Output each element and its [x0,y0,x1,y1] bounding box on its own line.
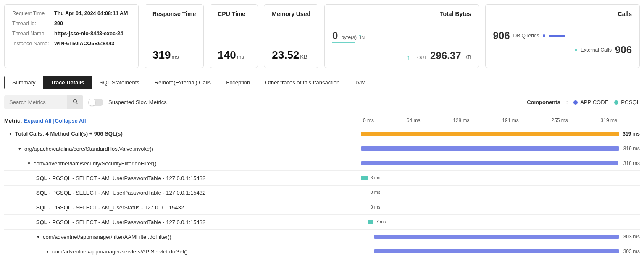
memory-used-card: Memory Used 23.52KB [264,4,318,68]
memory-used-value: 23.52KB [272,49,310,62]
trace-bar-track: 7 ms [361,219,619,225]
trace-duration: 319 ms [619,131,640,137]
trace-bar-track [361,234,619,240]
caret-icon[interactable]: ▼ [27,161,31,166]
cpu-time-card: CPU Time 140ms [210,4,258,68]
response-time-card: Response Time 319ms [145,4,204,68]
trace-bar-track [361,131,619,137]
dot-icon [573,100,578,105]
search-wrap [4,95,83,109]
trace-row: ▼org/apache/catalina/core/StandardHostVa… [4,141,640,156]
request-time-value: Thu Apr 04, 2024 04:08:11 AM [54,10,128,16]
metric-column-header: Metric: Expand All|Collapse All [4,118,361,124]
trace-duration: 303 ms [619,248,640,254]
bytes-in-row: 0 byte(s) IN ↙ [332,30,355,43]
trace-row: ▼Total Calls: 4 Method Call(s) + 906 SQL… [4,126,640,141]
tab-jvm[interactable]: JVM [347,76,373,89]
total-bytes-title: Total Bytes [332,10,471,17]
trace-label[interactable]: SQL - PGSQL - SELECT - AM_UserStatus - 1… [36,204,184,211]
trace-inline-duration: 0 ms [370,204,380,209]
tab-summary[interactable]: Summary [5,76,43,89]
response-time-value: 319ms [152,49,196,62]
trace-row: ▼com/adventnet/appmanager/servlets/APISe… [4,244,640,259]
expand-all-link[interactable]: Expand All [24,118,52,124]
dot-icon [575,49,577,51]
caret-icon[interactable]: ▼ [18,146,22,151]
trace-tree: ▼Total Calls: 4 Method Call(s) + 906 SQL… [4,126,640,259]
trace-inline-duration: 0 ms [370,190,380,195]
svg-point-0 [73,99,76,103]
trace-bar [368,220,373,224]
trace-bar-track: 8 ms [361,175,619,181]
trace-label[interactable]: SQL - PGSQL - SELECT - AM_UserPasswordTa… [36,175,205,181]
caret-icon[interactable]: ▼ [45,249,50,254]
tab-remote-calls[interactable]: Remote(External) Calls [147,76,218,89]
total-bytes-card: Total Bytes 0 byte(s) IN ↙ ↗ OUT 296.37 … [324,4,479,68]
trace-inline-duration: 7 ms [376,219,386,224]
dot-icon [614,100,618,105]
external-calls-row: External Calls 906 [493,44,632,56]
trace-label[interactable]: SQL - PGSQL - SELECT - AM_UserPasswordTa… [36,219,205,225]
trace-label[interactable]: com/adventnet/appmanager/filter/AAMFilte… [43,234,171,240]
trace-row: SQL - PGSQL - SELECT - AM_UserStatus - 1… [4,200,640,214]
svg-line-1 [76,103,78,104]
trace-bar [361,132,619,136]
trace-bar-track: 0 ms [361,190,619,196]
sql-tag: SQL [36,219,47,225]
request-info-card: Request TimeThu Apr 04, 2024 04:08:11 AM… [4,4,139,68]
components-legend: Components : APP CODE PGSQL [527,99,640,105]
trace-duration: 319 ms [619,146,640,152]
tabs-bar: Summary Trace Details SQL Statements Rem… [4,76,373,89]
tab-sql-statements[interactable]: SQL Statements [92,76,147,89]
request-time-label: Request Time [12,10,54,16]
sql-tag: SQL [36,175,47,181]
caret-icon[interactable]: ▼ [36,235,40,239]
trace-duration: 318 ms [619,160,640,166]
memory-used-title: Memory Used [272,10,310,17]
suspected-slow-toggle[interactable] [88,99,103,106]
thread-id-label: Thread Id: [12,21,54,26]
trace-inline-duration: 8 ms [370,175,380,180]
trace-label[interactable]: org/apache/catalina/core/StandardHostVal… [24,146,153,152]
trace-row: ▼com/adventnet/appmanager/filter/AAMFilt… [4,229,640,244]
trace-label[interactable]: com/adventnet/appmanager/servlets/APISer… [52,248,188,255]
trace-row: ▼com/adventnet/iam/security/SecurityFilt… [4,156,640,170]
timeline-ticks: 0 ms 64 ms 128 ms 191 ms 255 ms 319 ms [361,118,619,124]
suspected-slow-label: Suspected Slow Metrics [108,99,167,105]
trace-bar [361,161,618,165]
trace-bar [361,176,368,180]
sql-tag: SQL [36,190,47,196]
thread-name-label: Thread Name: [12,31,54,37]
dot-icon [543,34,545,37]
tab-trace-details[interactable]: Trace Details [43,76,92,89]
cpu-time-title: CPU Time [218,10,250,17]
trace-label[interactable]: SQL - PGSQL - SELECT - AM_UserPasswordTa… [36,190,205,196]
bytes-out-row: ↗ OUT 296.37 KB [413,47,471,62]
tab-other-traces[interactable]: Other traces of this transaction [258,76,347,89]
response-time-title: Response Time [152,10,196,17]
trace-row: SQL - PGSQL - SELECT - AM_UserPasswordTa… [4,214,640,229]
instance-name-value: WIN-6T50IACO5B6:8443 [54,41,114,47]
trace-bar-track [361,160,619,166]
thread-id-value: 290 [54,21,63,26]
db-queries-row: 906 DB Queries [493,30,632,42]
trace-bar [361,146,619,151]
trace-bar-track [361,146,619,152]
legend-pgsql: PGSQL [614,99,640,105]
trace-row: SQL - PGSQL - SELECT - AM_UserPasswordTa… [4,185,640,200]
trace-bar [374,235,619,239]
trace-label[interactable]: com/adventnet/iam/security/SecurityFilte… [34,160,157,167]
search-input[interactable] [4,96,67,109]
search-button[interactable] [67,95,83,109]
calls-title: Calls [493,10,632,17]
legend-app-code: APP CODE [573,99,608,105]
trace-label[interactable]: Total Calls: 4 Method Call(s) + 906 SQL(… [15,131,123,137]
trace-bar [374,249,619,253]
cpu-time-value: 140ms [218,49,250,62]
collapse-all-link[interactable]: Collapse All [55,118,86,124]
tab-exception[interactable]: Exception [218,76,258,89]
calls-card: Calls 906 DB Queries External Calls 906 [485,4,640,68]
caret-icon[interactable]: ▼ [8,131,13,136]
trace-row: SQL - PGSQL - SELECT - AM_UserPasswordTa… [4,170,640,185]
search-icon [72,99,78,105]
